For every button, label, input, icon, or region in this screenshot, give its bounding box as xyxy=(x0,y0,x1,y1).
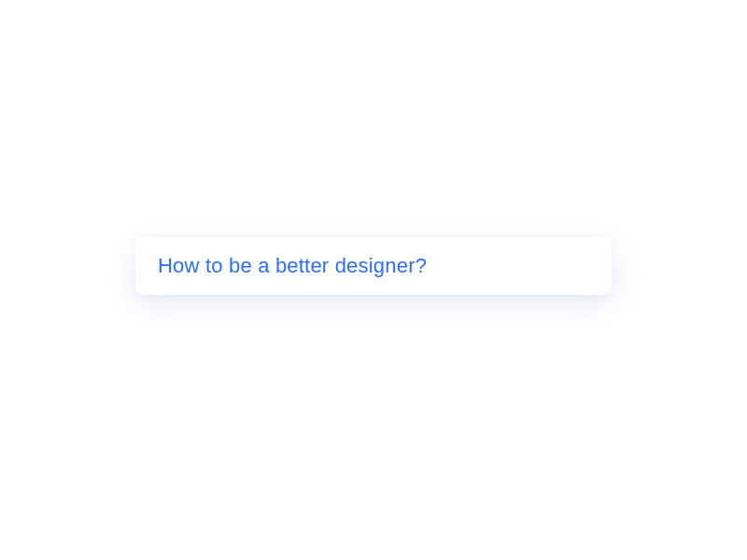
search-card xyxy=(135,237,612,295)
search-input[interactable] xyxy=(158,254,589,278)
